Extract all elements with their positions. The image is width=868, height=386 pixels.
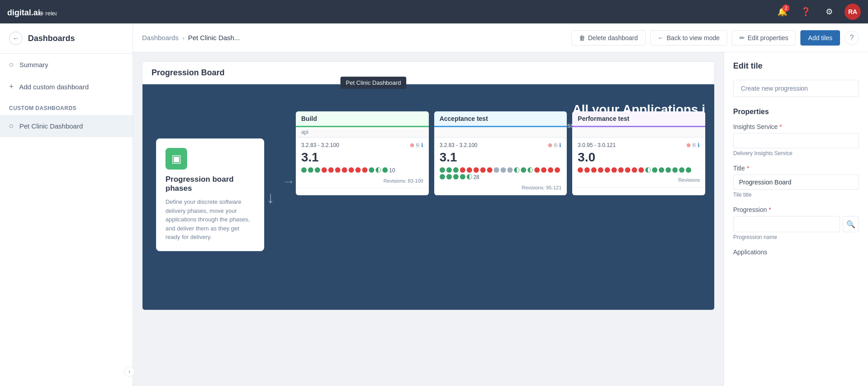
breadcrumb-separator: › — [182, 34, 184, 41]
delete-dashboard-label: Delete dashboard — [588, 34, 638, 41]
dot — [638, 167, 644, 173]
dot — [376, 167, 381, 173]
acceptance-app-number: 3.1 — [440, 150, 562, 165]
right-panel: Edit tile Create new progression Propert… — [724, 52, 868, 386]
dot — [659, 167, 664, 173]
sidebar-collapse-button[interactable]: ‹ — [124, 366, 135, 377]
dot — [440, 174, 445, 179]
dot — [578, 167, 583, 173]
phases-icon: ▣ — [165, 148, 187, 170]
dot — [598, 167, 603, 173]
dot — [480, 167, 486, 173]
add-icon: + — [9, 82, 14, 92]
breadcrumb-tooltip: Pet Clinic Dashboard — [340, 77, 406, 89]
pet-clinic-icon: ○ — [9, 121, 14, 131]
sidebar-title: Dashboards — [28, 34, 75, 43]
progression-input[interactable] — [733, 216, 840, 232]
breadcrumb-root[interactable]: Dashboards — [142, 34, 179, 41]
settings-button[interactable]: ⚙ — [821, 4, 837, 20]
dot — [528, 167, 533, 173]
build-app-number: 3.1 — [301, 150, 423, 165]
add-tiles-label: Add tiles — [808, 34, 832, 41]
create-progression-button[interactable]: Create new progression — [733, 80, 859, 97]
back-icon: ← — [658, 34, 664, 41]
performance-app-row-top: 3.0.95 - 3.0.121 ⊗ ⎘ ℹ — [578, 142, 700, 148]
sidebar-item-summary[interactable]: ○ Summary — [0, 54, 133, 76]
sidebar-item-label-add: Add custom dashboard — [19, 83, 89, 91]
insights-service-field: Insights Service * Delivery Insights Ser… — [733, 123, 859, 156]
build-info-icon[interactable]: ℹ — [421, 142, 423, 148]
toolbar: Dashboards › Pet Clinic Dash... 🗑 Delete… — [133, 23, 868, 52]
sidebar: ← Dashboards ○ Summary + Add custom dash… — [0, 23, 133, 386]
main-content: Dashboards › Pet Clinic Dash... 🗑 Delete… — [133, 23, 868, 386]
performance-row-icons: ⊗ ⎘ ℹ — [686, 142, 700, 148]
sidebar-item-label-summary: Summary — [19, 61, 48, 69]
progression-search-button[interactable]: 🔍 — [843, 216, 859, 232]
dot — [321, 167, 327, 173]
acceptance-stop-icon[interactable]: ⊗ — [548, 142, 552, 148]
dot — [672, 167, 678, 173]
sidebar-item-label-pet-clinic: Pet Clinic Dashboard — [19, 122, 83, 130]
insights-service-input[interactable] — [733, 133, 859, 148]
sidebar-back-button[interactable]: ← — [9, 32, 23, 45]
dot — [541, 167, 547, 173]
acceptance-count: 28 — [473, 174, 479, 180]
panel-title: Edit tile — [733, 61, 859, 71]
phases-title: Progression board phases — [165, 175, 255, 193]
build-row-icons: ⊗ ⎘ ℹ — [410, 142, 423, 148]
acceptance-version: 3.2.83 - 3.2.100 — [440, 142, 478, 148]
toolbar-help-button[interactable]: ? — [845, 31, 859, 45]
build-app-row: 3.2.83 - 3.2.100 ⊗ ⎘ ℹ 3.1 — [296, 138, 429, 188]
dot — [382, 167, 388, 173]
sidebar-header: ← Dashboards — [0, 23, 133, 54]
dot — [625, 167, 630, 173]
sidebar-item-add-custom[interactable]: + Add custom dashboard — [0, 76, 133, 98]
board-area: Progression Board All your Applications … — [133, 52, 724, 386]
back-to-view-button[interactable]: ← Back to view mode — [650, 30, 728, 46]
dot — [652, 167, 657, 173]
dot — [605, 167, 610, 173]
build-label: Build — [301, 115, 317, 122]
title-label: Title * — [733, 165, 859, 172]
acceptance-app-row-top: 3.2.83 - 3.2.100 ⊗ ⎘ ℹ — [440, 142, 562, 148]
dot — [362, 167, 367, 173]
svg-text:digital.ai: digital.ai — [7, 8, 40, 17]
user-avatar[interactable]: RA — [845, 4, 861, 20]
edit-properties-label: Edit properties — [748, 34, 788, 41]
progression-input-group: 🔍 — [733, 216, 859, 232]
dot — [467, 174, 472, 179]
performance-label: Performance test — [578, 115, 629, 122]
performance-dots — [578, 167, 700, 173]
dot — [632, 167, 637, 173]
sidebar-item-pet-clinic[interactable]: ○ Pet Clinic Dashboard — [0, 115, 133, 137]
insights-service-label: Insights Service * — [733, 123, 859, 130]
performance-stop-icon[interactable]: ⊗ — [686, 142, 691, 148]
acceptance-copy-icon[interactable]: ⎘ — [554, 142, 557, 148]
edit-properties-button[interactable]: ✏ Edit properties — [732, 30, 796, 46]
build-copy-icon[interactable]: ⎘ — [416, 142, 419, 148]
breadcrumb-current[interactable]: Pet Clinic Dash... — [188, 34, 240, 41]
performance-info-icon[interactable]: ℹ — [698, 142, 700, 148]
acceptance-header: Acceptance test — [434, 111, 567, 127]
add-tiles-button[interactable]: Add tiles — [800, 30, 840, 46]
dot — [666, 167, 671, 173]
custom-dashboards-label: Custom dashboards — [0, 98, 133, 115]
content-area: Progression Board All your Applications … — [133, 52, 868, 386]
performance-app-number: 3.0 — [578, 150, 700, 165]
delete-dashboard-button[interactable]: 🗑 Delete dashboard — [571, 30, 646, 46]
acceptance-info-icon[interactable]: ℹ — [559, 142, 561, 148]
dot — [301, 167, 307, 173]
acceptance-sub — [434, 127, 567, 138]
help-button[interactable]: ❓ — [798, 4, 814, 20]
build-stop-icon[interactable]: ⊗ — [410, 142, 414, 148]
title-input[interactable] — [733, 175, 859, 190]
notifications-button[interactable]: 🔔 2 — [774, 4, 790, 20]
dot — [328, 167, 334, 173]
insights-required-star: * — [780, 123, 782, 130]
progression-required-star: * — [769, 206, 771, 213]
breadcrumb: Dashboards › Pet Clinic Dash... — [142, 34, 564, 41]
pipeline-col-build: Build api 3.2.83 - 3.2.100 ⊗ ⎘ — [296, 111, 429, 195]
pipeline-col-performance: Performance test 3.0.95 - 3.0.121 ⊗ ⎘ — [572, 111, 705, 195]
performance-copy-icon[interactable]: ⎘ — [693, 142, 696, 148]
dot — [534, 167, 540, 173]
